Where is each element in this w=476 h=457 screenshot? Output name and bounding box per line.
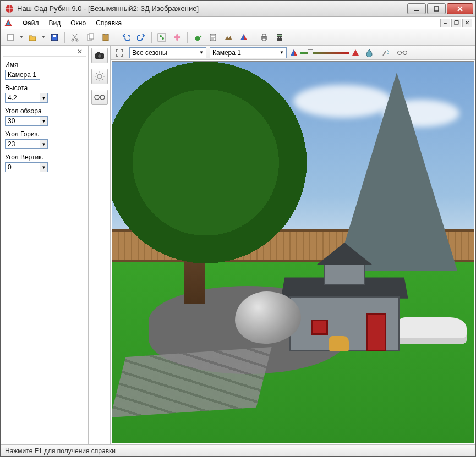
season-combo[interactable]: Все сезоны▼ xyxy=(129,47,206,58)
slider-track[interactable] xyxy=(300,52,349,54)
slider-thumb[interactable] xyxy=(308,49,313,56)
maximize-button[interactable] xyxy=(427,3,446,14)
plants-button[interactable] xyxy=(155,31,168,44)
menubar: Файл Вид Окно Справка – ❐ ✕ xyxy=(1,17,475,29)
view3d-button[interactable] xyxy=(396,46,409,59)
svg-point-35 xyxy=(97,54,101,58)
menu-app-icon xyxy=(4,19,13,27)
svg-line-43 xyxy=(102,79,103,80)
properties-panel: ✕ Имя Высота ▼ Угол обзора ▼ Угол Гориз. xyxy=(1,46,111,444)
season-slider[interactable] xyxy=(290,49,359,57)
camera-value: Камера 1 xyxy=(212,49,241,57)
menu-help[interactable]: Справка xyxy=(91,18,126,28)
viewport-3d[interactable] xyxy=(112,61,474,443)
glasses-tool[interactable] xyxy=(91,90,108,105)
glasses-icon xyxy=(94,94,106,101)
menu-view[interactable]: Вид xyxy=(45,18,65,28)
svg-point-15 xyxy=(160,35,162,37)
fullscreen-icon xyxy=(115,48,124,57)
main-toolbar: ▼ ▼ xyxy=(1,29,475,46)
statusbar: Нажмите F1 для получения справки xyxy=(1,444,475,456)
svg-point-46 xyxy=(95,95,99,100)
sun-tool[interactable] xyxy=(91,69,108,84)
terrain-button[interactable] xyxy=(222,31,235,44)
svg-marker-49 xyxy=(291,49,294,56)
drop-icon xyxy=(365,49,373,57)
new-button[interactable] xyxy=(4,31,17,44)
svg-rect-32 xyxy=(279,37,280,38)
height-input[interactable] xyxy=(5,93,40,103)
fov-dropdown[interactable]: ▼ xyxy=(40,116,48,126)
vangle-input[interactable] xyxy=(5,162,40,172)
camera-combo[interactable]: Камера 1▼ xyxy=(210,47,287,58)
svg-point-20 xyxy=(174,36,176,38)
hangle-input[interactable] xyxy=(5,139,40,149)
redo-button[interactable] xyxy=(135,31,148,44)
menu-window[interactable]: Окно xyxy=(66,18,90,28)
name-input[interactable] xyxy=(5,70,40,80)
fov-input[interactable] xyxy=(5,116,40,126)
workspace: ✕ Имя Высота ▼ Угол обзора ▼ Угол Гориз. xyxy=(1,46,475,444)
svg-rect-13 xyxy=(105,34,107,35)
camera-icon xyxy=(94,51,105,60)
cut-button[interactable] xyxy=(68,31,81,44)
open-button[interactable] xyxy=(26,31,39,44)
copy-button[interactable] xyxy=(84,31,97,44)
height-dropdown[interactable]: ▼ xyxy=(40,93,48,103)
flower-button[interactable] xyxy=(171,31,184,44)
svg-point-8 xyxy=(72,39,74,41)
paste-button[interactable] xyxy=(99,31,112,44)
watering-button[interactable] xyxy=(191,31,204,44)
svg-rect-14 xyxy=(158,34,166,41)
mdi-close-button[interactable]: ✕ xyxy=(462,19,472,27)
window-title: Наш Сад Рубин 9.0 - [Безымянный2: 3Д Изо… xyxy=(17,4,406,13)
svg-point-19 xyxy=(176,38,178,41)
sun-icon xyxy=(95,71,105,81)
drop-button[interactable] xyxy=(363,46,376,59)
hangle-dropdown[interactable]: ▼ xyxy=(40,139,48,149)
scene-pavement xyxy=(112,347,272,417)
svg-rect-33 xyxy=(281,37,282,38)
height-label: Высота xyxy=(5,84,84,92)
svg-rect-7 xyxy=(53,35,56,37)
minimize-button[interactable] xyxy=(407,3,426,14)
pyramid-start-icon xyxy=(290,49,298,57)
camera-tool[interactable] xyxy=(91,48,108,63)
open-dropdown[interactable]: ▼ xyxy=(41,35,46,40)
print-button[interactable] xyxy=(258,31,271,44)
fov-label: Угол обзора xyxy=(5,107,84,115)
svg-point-55 xyxy=(403,51,407,54)
svg-point-37 xyxy=(97,74,102,79)
spray-button[interactable] xyxy=(379,46,392,59)
fullscreen-button[interactable] xyxy=(113,46,126,59)
undo-button[interactable] xyxy=(119,31,133,44)
svg-point-53 xyxy=(387,53,389,54)
window-frame: Наш Сад Рубин 9.0 - [Безымянный2: 3Д Изо… xyxy=(0,0,476,457)
svg-rect-27 xyxy=(262,34,266,36)
note-button[interactable] xyxy=(206,31,220,44)
svg-rect-30 xyxy=(277,35,282,36)
svg-rect-31 xyxy=(277,37,278,38)
svg-line-42 xyxy=(96,73,97,74)
svg-marker-25 xyxy=(240,34,244,40)
svg-point-52 xyxy=(388,51,389,52)
view-column: Все сезоны▼ Камера 1▼ xyxy=(111,46,475,444)
mdi-minimize-button[interactable]: – xyxy=(440,19,450,27)
svg-rect-5 xyxy=(8,34,13,41)
scene-conifer xyxy=(336,73,457,271)
close-button[interactable] xyxy=(447,3,473,14)
save-button[interactable] xyxy=(48,31,61,44)
season-value: Все сезоны xyxy=(132,49,167,57)
svg-rect-11 xyxy=(89,34,94,39)
panel-close-button[interactable]: ✕ xyxy=(3,48,86,57)
menu-file[interactable]: Файл xyxy=(18,18,43,28)
scene-dog xyxy=(329,336,349,351)
new-dropdown[interactable]: ▼ xyxy=(19,35,24,40)
svg-point-21 xyxy=(178,36,180,38)
vangle-dropdown[interactable]: ▼ xyxy=(40,162,48,172)
svg-point-47 xyxy=(100,95,105,100)
mdi-restore-button[interactable]: ❐ xyxy=(451,19,461,27)
pyramid-button[interactable] xyxy=(237,31,250,44)
calc-button[interactable] xyxy=(273,31,286,44)
svg-line-45 xyxy=(96,79,97,80)
